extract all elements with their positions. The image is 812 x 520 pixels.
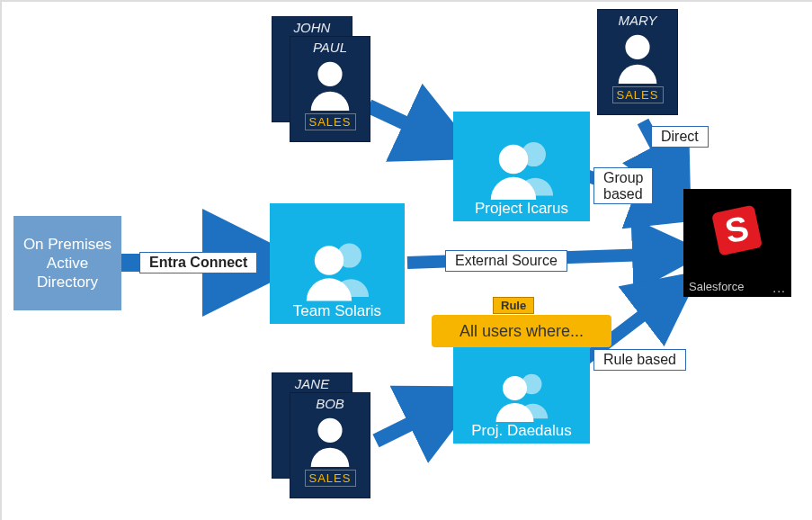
app-tile-salesforce[interactable]: S Salesforce ... <box>683 189 791 297</box>
group-project-icarus: Project Icarus <box>453 112 590 221</box>
svg-point-16 <box>317 418 342 443</box>
rule-body: All users where... <box>432 315 611 347</box>
user-card-bob: BOB SALES <box>290 392 370 498</box>
svg-point-12 <box>503 376 527 400</box>
on-premises-ad-box: On Premises Active Directory <box>13 216 121 310</box>
svg-point-17 <box>625 35 649 59</box>
user-bob-dept: SALES <box>306 471 355 486</box>
svg-point-10 <box>499 145 528 174</box>
label-group-based: Group based <box>593 167 653 204</box>
svg-line-2 <box>376 402 454 441</box>
user-mary-dept: SALES <box>613 87 663 103</box>
group-icarus-label: Project Icarus <box>475 200 568 218</box>
user-paul-name: PAUL <box>290 37 370 55</box>
group-team-solaris: Team Solaris <box>270 203 405 324</box>
app-more-dots-icon[interactable]: ... <box>772 281 786 295</box>
rule-tag: Rule <box>493 297 534 314</box>
label-entra-connect: Entra Connect <box>139 252 257 273</box>
user-bob-name: BOB <box>290 393 370 411</box>
label-direct: Direct <box>651 126 709 148</box>
user-john-name: JOHN <box>272 17 352 35</box>
group-daedalus-label: Proj. Daedalus <box>471 422 572 440</box>
label-rule-based: Rule based <box>593 349 686 371</box>
user-mary-name: MARY <box>598 10 677 28</box>
user-jane-name: JANE <box>272 373 352 391</box>
app-name: Salesforce <box>689 280 744 293</box>
svg-point-8 <box>315 246 344 274</box>
group-solaris-label: Team Solaris <box>293 302 381 320</box>
label-external-source: External Source <box>445 250 567 272</box>
svg-line-1 <box>369 106 450 144</box>
salesforce-icon: S <box>710 205 764 259</box>
user-card-mary: MARY SALES <box>597 9 678 115</box>
user-paul-dept: SALES <box>306 114 355 130</box>
user-card-paul: PAUL SALES <box>290 36 370 142</box>
svg-point-14 <box>317 62 342 86</box>
group-proj-daedalus: Proj. Daedalus <box>453 345 590 444</box>
